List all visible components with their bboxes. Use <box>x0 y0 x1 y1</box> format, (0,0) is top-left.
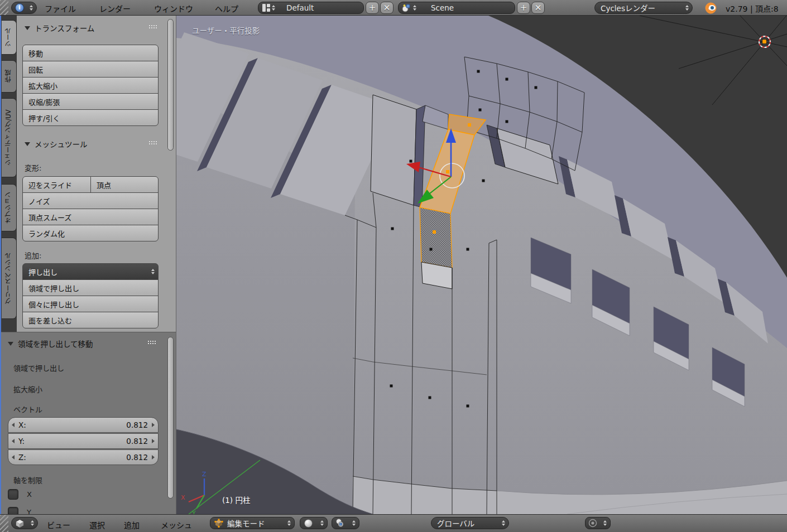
updown-arrows-icon <box>413 5 416 11</box>
collapse-arrow-icon <box>25 142 30 146</box>
tab-tools[interactable]: ツール <box>2 20 17 55</box>
operator-panel: 領域を押し出して移動 領域で押し出し 拡大縮小 ベクトル X: 0.812 Y:… <box>0 332 176 514</box>
rotate-button[interactable]: 回転 <box>22 61 159 78</box>
menu-select[interactable]: 選択 <box>89 519 105 530</box>
object-origin-dot <box>762 40 766 43</box>
updown-arrows-icon <box>272 5 275 11</box>
deform-label: 変形: <box>25 162 41 173</box>
view-name-label: ユーザー・平行投影 <box>192 25 260 36</box>
menu-mesh[interactable]: メッシュ <box>161 519 192 530</box>
viewport-scene: Z X Y <box>176 16 787 514</box>
tab-shading-uv[interactable]: シェーディング/UV <box>2 98 17 177</box>
scene-value: Scene <box>431 3 454 12</box>
vector-z-field[interactable]: Z: 0.812 <box>8 449 159 465</box>
add-label: 追加: <box>25 250 41 260</box>
add-scene-button[interactable]: + <box>517 2 530 14</box>
constraint-x-checkbox[interactable] <box>8 489 18 500</box>
edge-slide-button[interactable]: 辺をスライド <box>22 176 91 193</box>
menu-help[interactable]: ヘルプ <box>215 3 238 14</box>
field-value: 0.812 <box>126 437 148 446</box>
operator-panel-header[interactable]: 領域を押し出して移動 <box>8 338 93 349</box>
shelf-scrollbar[interactable] <box>167 19 174 151</box>
menu-render[interactable]: レンダー <box>99 3 131 14</box>
increment-arrow-icon[interactable] <box>152 439 155 443</box>
mode-dropdown[interactable]: 編集モード <box>210 517 295 529</box>
constraint-y-checkbox[interactable] <box>8 507 18 514</box>
proportional-edit-icon <box>588 519 597 528</box>
transform-panel-header[interactable]: トランスフォーム <box>25 22 94 33</box>
info-editor-type-dropdown[interactable]: i <box>11 2 37 14</box>
vertex-smooth-button[interactable]: 頂点スムーズ <box>22 209 159 225</box>
randomize-button[interactable]: ランダム化 <box>22 225 159 241</box>
menu-view[interactable]: ビュー <box>47 519 70 530</box>
menu-add[interactable]: 追加 <box>124 519 140 530</box>
screen-layout-selector[interactable]: Default <box>258 2 364 14</box>
proportional-edit-dropdown[interactable] <box>585 517 611 529</box>
axis-y-label: Y <box>191 510 196 514</box>
shrink-fatten-button[interactable]: 収縮/膨張 <box>22 93 159 110</box>
info-icon: i <box>15 3 24 12</box>
vector-y-field[interactable]: Y: 0.812 <box>8 433 159 449</box>
extrude-individual-button[interactable]: 個々に押し出し <box>22 296 159 312</box>
viewport-header-bar: ビュー 選択 追加 メッシュ 編集モード グローバル <box>0 514 787 532</box>
screen-layout-value: Default <box>286 3 314 12</box>
window-resize-grip[interactable] <box>0 515 8 532</box>
vertex-slide-button[interactable]: 頂点 <box>90 176 159 193</box>
extrude-region-button[interactable]: 領域で押し出し <box>22 279 159 296</box>
collapse-arrow-icon <box>25 26 30 30</box>
decrement-arrow-icon[interactable] <box>12 423 15 427</box>
field-value: 0.812 <box>126 453 148 462</box>
panel-drag-dots-icon[interactable] <box>148 141 157 145</box>
tab-grease-pencil[interactable]: グリースペンシル <box>2 238 17 319</box>
push-pull-button[interactable]: 押す/引く <box>22 109 159 126</box>
panel-title: トランスフォーム <box>35 22 94 33</box>
viewport-shading-dropdown[interactable] <box>300 517 328 529</box>
axis-z-label: Z <box>202 471 207 478</box>
updown-arrows-icon <box>603 520 607 526</box>
render-engine-dropdown[interactable]: Cyclesレンダー <box>594 2 693 14</box>
viewport-shading-icon <box>304 519 313 528</box>
pivot-point-icon <box>335 518 345 528</box>
extrude-dropdown[interactable]: 押し出し <box>22 263 159 280</box>
viewport-3d[interactable]: Z X Y ユーザー・平行投影 (1) 円柱 <box>176 16 787 514</box>
panel-drag-dots-icon[interactable] <box>147 340 156 345</box>
meshtools-panel-header[interactable]: メッシュツール <box>25 138 88 149</box>
menu-file[interactable]: ファイル <box>45 3 76 14</box>
pivot-point-dropdown[interactable] <box>332 517 359 529</box>
close-layout-button[interactable]: ✕ <box>380 2 394 14</box>
tab-create[interactable]: 作成 <box>2 60 17 93</box>
editor-type-dropdown[interactable] <box>11 517 38 529</box>
increment-arrow-icon[interactable] <box>152 455 155 460</box>
scale-button[interactable]: 拡大縮小 <box>22 77 159 94</box>
vector-x-field[interactable]: X: 0.812 <box>8 417 159 433</box>
editor-type-icon <box>15 519 25 528</box>
orientation-value: グローバル <box>437 518 474 529</box>
translate-button[interactable]: 移動 <box>22 45 159 61</box>
decrement-arrow-icon[interactable] <box>12 439 15 443</box>
constraint-y-label: Y <box>27 508 31 514</box>
field-value: 0.812 <box>126 420 148 429</box>
noise-button[interactable]: ノイズ <box>22 192 159 209</box>
decrement-arrow-icon[interactable] <box>12 455 15 460</box>
extrude-region-text: 領域で押し出し <box>13 362 64 373</box>
tab-options[interactable]: オプション <box>2 184 17 231</box>
orientation-dropdown[interactable]: グローバル <box>431 517 509 529</box>
active-region-edge <box>0 16 1 514</box>
resize-text: 拡大縮小 <box>13 384 42 394</box>
extrude-value: 押し出し <box>28 267 57 277</box>
add-layout-button[interactable]: + <box>366 2 379 14</box>
updown-arrows-icon <box>287 520 291 526</box>
version-text: v2.79 | 頂点:8 <box>726 3 787 14</box>
updown-arrows-icon <box>685 5 689 11</box>
operator-scrollbar[interactable] <box>167 337 174 499</box>
close-scene-button[interactable]: ✕ <box>531 2 545 14</box>
menu-window[interactable]: ウィンドウ <box>154 3 193 14</box>
panel-title: 領域を押し出して移動 <box>18 338 93 349</box>
window-resize-grip[interactable] <box>0 0 8 15</box>
selected-face-stippled[interactable] <box>420 207 452 268</box>
increment-arrow-icon[interactable] <box>152 423 155 427</box>
panel-drag-dots-icon[interactable] <box>148 25 157 29</box>
inset-faces-button[interactable]: 面を差し込む <box>22 312 159 328</box>
scene-selector[interactable]: Scene <box>398 2 515 14</box>
edit-mode-icon <box>214 518 224 528</box>
